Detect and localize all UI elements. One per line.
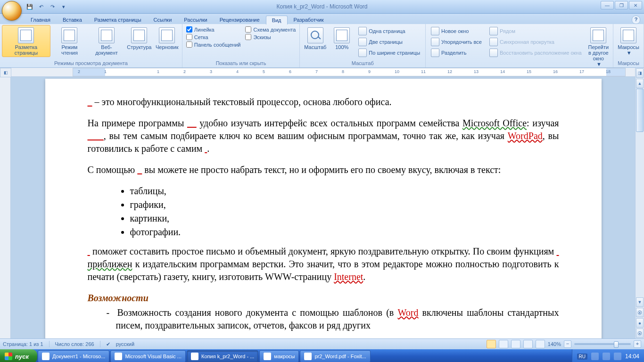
split-button[interactable]: Разделить [429, 48, 484, 58]
view-full-screen-button[interactable] [499, 340, 508, 348]
bullet-list[interactable]: таблицы, графики, картинки, фотографии. [130, 185, 559, 239]
window-title: Копия k_pr2_Word - Microsoft Word [0, 3, 644, 10]
document-area[interactable]: – это многофункциональный текстовый проц… [11, 77, 635, 338]
zoom-button[interactable]: Масштаб [302, 25, 329, 51]
input-language[interactable]: RU [577, 354, 587, 360]
status-page[interactable]: Страница: 1 из 1 [3, 341, 43, 347]
taskbar-item[interactable]: pr2_Word.pdf - Foxit... [300, 350, 370, 362]
view-outline-button[interactable] [523, 340, 533, 348]
taskbar-item[interactable]: макросы [259, 350, 299, 362]
status-spellcheck-icon[interactable]: ✔ [106, 341, 110, 347]
tab-references[interactable]: Ссылки [148, 15, 178, 24]
qat-save-icon[interactable]: 💾 [25, 1, 35, 12]
sync-scroll-button[interactable]: Синхронная прокрутка [487, 37, 584, 47]
ruler-toggle-button[interactable]: ◨ [636, 68, 644, 78]
zoom-100-button[interactable]: 100% [330, 25, 354, 51]
sync-scroll-icon [489, 38, 498, 46]
ruler-corner[interactable]: ◧ [0, 68, 11, 77]
office-button[interactable] [2, 1, 22, 21]
windows-taskbar: пуск Документ1 - Microso... Microsoft Vi… [0, 349, 644, 362]
one-page-button[interactable]: Одна страница [356, 26, 422, 36]
scroll-down-button[interactable]: ▼ [636, 297, 644, 307]
tray-volume-icon[interactable] [614, 353, 621, 360]
close-button[interactable]: ✕ [629, 1, 642, 9]
heading-capabilities[interactable]: Возможности [88, 292, 559, 304]
group-show-hide: Линейка Сетка Панель сообщений Схема док… [182, 24, 300, 67]
full-screen-label: Режим чтения [54, 44, 85, 56]
qat-customize-icon[interactable]: ▾ [58, 1, 69, 12]
restore-button[interactable]: ❐ [615, 1, 628, 9]
help-button[interactable]: ? [632, 16, 640, 24]
vertical-ruler[interactable] [0, 77, 11, 338]
document-map-checkbox[interactable]: Схема документа [244, 26, 297, 33]
outline-button[interactable]: Структура [125, 25, 153, 51]
paragraph[interactable]: На примере программы удобно изучать инте… [88, 117, 559, 155]
tray-icon[interactable] [591, 353, 599, 360]
tab-review[interactable]: Рецензирование [214, 15, 266, 24]
page-icon [18, 27, 34, 43]
arrange-icon [431, 38, 439, 46]
zoom-slider-thumb[interactable] [614, 341, 619, 348]
qat-undo-icon[interactable]: ↶ [36, 1, 46, 12]
tab-view[interactable]: Вид [266, 16, 288, 25]
zoom-in-button[interactable]: + [634, 340, 641, 348]
prev-page-button[interactable]: ⦿ [636, 308, 644, 317]
view-print-layout-button[interactable] [487, 340, 496, 348]
tab-developer[interactable]: Разработчик [288, 15, 330, 24]
next-page-button[interactable]: ⦿ [636, 329, 644, 338]
tab-insert[interactable]: Вставка [57, 15, 88, 24]
page[interactable]: – это многофункциональный текстовый проц… [45, 79, 602, 338]
horizontal-ruler[interactable]: 21123456789101112131415161718 [11, 68, 635, 77]
two-pages-button[interactable]: Две страницы [356, 37, 422, 47]
gridlines-checkbox[interactable]: Сетка [185, 33, 242, 41]
tray-icon[interactable] [603, 353, 610, 360]
view-side-by-side-button[interactable]: Рядом [487, 26, 584, 36]
paragraph[interactable]: поможет составить простое письмо и объем… [88, 245, 559, 283]
status-language[interactable]: русский [116, 341, 134, 347]
web-layout-button[interactable]: Веб-документ [89, 25, 124, 57]
minimize-button[interactable]: — [601, 1, 614, 9]
new-window-button[interactable]: Новое окно [429, 26, 484, 36]
scroll-thumb[interactable] [636, 89, 644, 132]
taskbar-item[interactable]: Копия k_pr2_Word - ... [187, 350, 258, 362]
list-item[interactable]: графики, [130, 198, 559, 211]
outline-icon [131, 27, 147, 43]
reset-window-pos-button[interactable]: Восстановить расположение окна [487, 48, 584, 58]
list-item[interactable]: фотографии. [130, 226, 559, 239]
views-group-label: Режимы просмотра документа [2, 59, 180, 67]
reset-pos-icon [489, 49, 498, 57]
tab-page-layout[interactable]: Разметка страницы [88, 15, 148, 24]
tab-home[interactable]: Главная [25, 15, 57, 24]
zoom-slider[interactable] [574, 343, 631, 345]
taskbar-item[interactable]: Документ1 - Microso... [38, 350, 109, 362]
start-button[interactable]: пуск [0, 349, 37, 362]
paragraph[interactable]: - Возможность создания нового документа … [88, 306, 559, 332]
full-screen-reading-button[interactable]: Режим чтения [51, 25, 88, 57]
arrange-all-button[interactable]: Упорядочить все [429, 37, 484, 47]
tab-mailings[interactable]: Рассылки [178, 15, 213, 24]
list-item[interactable]: таблицы, [130, 185, 559, 197]
zoom-level[interactable]: 140% [548, 341, 561, 347]
message-bar-checkbox[interactable]: Панель сообщений [185, 41, 242, 48]
view-web-button[interactable] [511, 340, 520, 348]
view-draft-button[interactable] [536, 340, 545, 348]
scroll-up-button[interactable]: ▲ [636, 79, 644, 88]
taskbar-clock[interactable]: 14:04 [625, 353, 639, 360]
zoom-out-button[interactable]: − [564, 340, 571, 348]
scroll-track[interactable] [636, 89, 644, 297]
print-layout-button[interactable]: Разметка страницы [2, 25, 50, 57]
macros-button[interactable]: Макросы ▼ [615, 25, 642, 57]
page-width-button[interactable]: По ширине страницы [356, 48, 422, 58]
vertical-scrollbar[interactable]: ◨ ▲ ▼ ⦿ ● ⦿ [635, 68, 644, 338]
ruler-checkbox[interactable]: Линейка [185, 26, 242, 33]
draft-button[interactable]: Черновик [154, 25, 180, 51]
qat-redo-icon[interactable]: ↷ [47, 1, 58, 12]
status-word-count[interactable]: Число слов: 266 [55, 341, 94, 347]
list-item[interactable]: картинки, [130, 212, 559, 225]
taskbar-item[interactable]: Microsoft Visual Basic ... [110, 350, 186, 362]
paragraph[interactable]: – это многофункциональный текстовый проц… [88, 96, 559, 108]
thumbnails-checkbox[interactable]: Эскизы [244, 33, 297, 41]
browse-object-button[interactable]: ● [636, 318, 644, 328]
paragraph[interactable]: С помощью вы можете не просто набрать те… [88, 164, 559, 176]
switch-windows-button[interactable]: Перейти в другое окно ▼ [586, 25, 611, 68]
